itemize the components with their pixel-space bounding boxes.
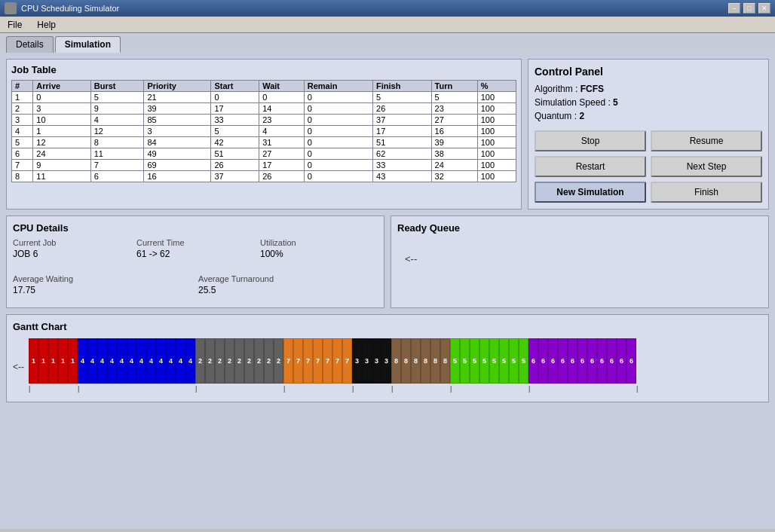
gantt-block: 4 <box>176 338 185 384</box>
gantt-block: 3 <box>381 338 391 384</box>
gantt-block: 6 <box>548 338 558 384</box>
close-button[interactable]: ✕ <box>758 3 770 14</box>
gantt-block: 4 <box>127 338 136 384</box>
title-bar: CPU Scheduling Simulator – □ ✕ <box>0 0 775 17</box>
tab-simulation[interactable]: Simulation <box>55 36 121 53</box>
table-row: 811616372604332100 <box>12 171 516 182</box>
gantt-block: 1 <box>38 338 48 384</box>
gantt-block: 2 <box>205 338 215 384</box>
gantt-block: 8 <box>411 338 421 384</box>
table-row: 310485332303727100 <box>12 115 516 126</box>
restart-button[interactable]: Restart <box>535 156 646 177</box>
speed-info: Simulation Speed : 5 <box>535 97 762 108</box>
speed-label: Simulation Speed : <box>535 97 611 108</box>
avg-waiting-value: 17.75 <box>13 285 192 295</box>
maximize-button[interactable]: □ <box>743 3 755 14</box>
job-table-panel: Job Table # Arrive Burst Priority Start … <box>6 59 522 209</box>
gantt-block: 8 <box>401 338 411 384</box>
gantt-block: 5 <box>479 338 489 384</box>
gantt-block: 3 <box>372 338 381 384</box>
finish-button[interactable]: Finish <box>651 182 762 203</box>
current-time-value: 61 -> 62 <box>136 249 254 259</box>
gantt-tick: | <box>391 385 393 393</box>
col-header-start: Start <box>211 81 259 92</box>
gantt-tick: | <box>352 385 354 393</box>
gantt-block: 5 <box>509 338 519 384</box>
gantt-block: 4 <box>97 338 107 384</box>
col-header-remain: Remain <box>304 81 372 92</box>
gantt-block: 5 <box>470 338 479 384</box>
col-header-finish: Finish <box>373 81 432 92</box>
minimize-button[interactable]: – <box>728 3 740 14</box>
gantt-block: 5 <box>450 338 460 384</box>
gantt-block: 4 <box>107 338 117 384</box>
gantt-block: 4 <box>87 338 97 384</box>
resume-button[interactable]: Resume <box>651 130 762 151</box>
current-time-label: Current Time <box>136 238 254 247</box>
gantt-block: 1 <box>48 338 58 384</box>
menu-help[interactable]: Help <box>32 18 60 32</box>
gantt-block: 6 <box>577 338 587 384</box>
menu-bar: File Help <box>0 17 775 33</box>
gantt-block: 2 <box>274 338 283 384</box>
gantt-tick-end: | <box>636 385 638 393</box>
gantt-blocks: 1111144444444444422222222277777773333888… <box>29 338 636 384</box>
table-row: 79769261703324100 <box>12 160 516 171</box>
gantt-block: 7 <box>303 338 313 384</box>
gantt-tick: | <box>283 385 285 393</box>
col-header-pct: % <box>477 81 516 92</box>
gantt-tick: | <box>78 385 79 393</box>
gantt-block: 6 <box>538 338 548 384</box>
current-job-label: Current Job <box>13 238 130 247</box>
gantt-block: 5 <box>489 338 499 384</box>
gantt-block: 6 <box>617 338 626 384</box>
gantt-tick: | <box>195 385 197 393</box>
gantt-block: 1 <box>29 338 38 384</box>
gantt-block: 1 <box>58 338 68 384</box>
stop-button[interactable]: Stop <box>535 130 646 151</box>
gantt-block: 2 <box>254 338 264 384</box>
gantt-block: 2 <box>234 338 244 384</box>
gantt-block: 4 <box>146 338 156 384</box>
gantt-tick: | <box>528 385 530 393</box>
gantt-block: 3 <box>352 338 362 384</box>
menu-file[interactable]: File <box>3 18 26 32</box>
col-header-priority: Priority <box>144 81 211 92</box>
gantt-block: 8 <box>430 338 440 384</box>
gantt-block: 2 <box>244 338 254 384</box>
ready-queue-panel: Ready Queue <-- <box>391 216 769 308</box>
gantt-block: 5 <box>460 338 470 384</box>
gantt-block: 4 <box>117 338 127 384</box>
gantt-block: 7 <box>342 338 352 384</box>
gantt-block: 4 <box>156 338 166 384</box>
tabs-bar: Details Simulation <box>0 33 775 53</box>
gantt-tick: | <box>29 385 30 393</box>
quantum-info: Quantum : 2 <box>535 111 762 121</box>
col-header-burst: Burst <box>90 81 144 92</box>
quantum-value: 2 <box>579 111 584 121</box>
table-row: 1052100055100 <box>12 92 516 103</box>
gantt-block: 6 <box>587 338 597 384</box>
gantt-arrow: <-- <box>13 362 24 372</box>
speed-value: 5 <box>613 97 618 108</box>
app-icon <box>5 2 17 14</box>
gantt-block: 2 <box>225 338 234 384</box>
col-header-wait: Wait <box>259 81 305 92</box>
tab-details[interactable]: Details <box>6 36 54 53</box>
gantt-block: 2 <box>264 338 274 384</box>
col-header-turn: Turn <box>431 81 477 92</box>
col-header-num: # <box>12 81 33 92</box>
gantt-block: 7 <box>323 338 332 384</box>
gantt-tick: | <box>450 385 452 393</box>
gantt-block: 7 <box>313 338 323 384</box>
gantt-block: 8 <box>440 338 450 384</box>
gantt-ticks: ||||||||| <box>29 385 636 396</box>
gantt-block: 3 <box>362 338 372 384</box>
gantt-block: 6 <box>568 338 577 384</box>
next-step-button[interactable]: Next Step <box>651 156 762 177</box>
ready-queue-title: Ready Queue <box>397 222 762 234</box>
table-row: 23939171402623100 <box>12 103 516 115</box>
gantt-block: 4 <box>185 338 195 384</box>
new-simulation-button[interactable]: New Simulation <box>535 182 646 203</box>
avg-waiting-label: Average Waiting <box>13 274 192 283</box>
